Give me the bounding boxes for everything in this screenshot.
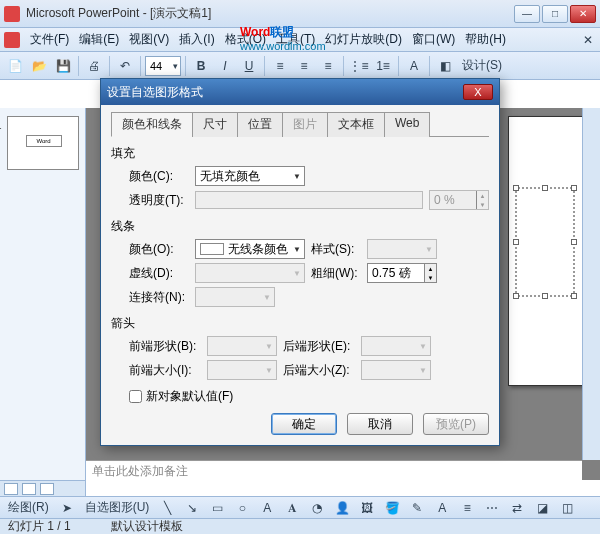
arrow-tool[interactable]: ↘	[181, 497, 203, 519]
italic-button[interactable]: I	[214, 55, 236, 77]
wordart-tool[interactable]: 𝐀	[281, 497, 303, 519]
new-button[interactable]: 📄	[4, 55, 26, 77]
menu-insert[interactable]: 插入(I)	[179, 31, 214, 48]
tab-color-lines[interactable]: 颜色和线条	[111, 112, 193, 137]
normal-view-button[interactable]	[4, 483, 18, 495]
selected-shape[interactable]	[515, 187, 575, 297]
zoom-combo[interactable]: 44	[145, 56, 181, 76]
notes-pane[interactable]: 单击此处添加备注	[86, 460, 582, 480]
bold-button[interactable]: B	[190, 55, 212, 77]
dash-style-tool[interactable]: ⋯	[481, 497, 503, 519]
bullets-button[interactable]: ⋮≡	[348, 55, 370, 77]
tab-picture[interactable]: 图片	[282, 112, 328, 137]
save-button[interactable]: 💾	[52, 55, 74, 77]
transparency-slider[interactable]	[195, 191, 423, 209]
outline-pane[interactable]: Word	[0, 108, 86, 480]
line-color-combo[interactable]: 无线条颜色	[195, 239, 305, 259]
format-autoshape-dialog: 设置自选图形格式 X 颜色和线条 尺寸 位置 图片 文本框 Web 填充 颜色(…	[100, 78, 500, 446]
close-button[interactable]: ✕	[570, 5, 596, 23]
design-icon[interactable]: ◧	[434, 55, 456, 77]
tab-web[interactable]: Web	[384, 112, 430, 137]
line-style-label: 样式(S):	[311, 241, 361, 258]
preview-button[interactable]: 预览(P)	[423, 413, 489, 435]
sorter-view-button[interactable]	[22, 483, 36, 495]
default-checkbox-label: 新对象默认值(F)	[146, 388, 233, 405]
font-color-tool[interactable]: A	[431, 497, 453, 519]
standard-toolbar: 📄 📂 💾 🖨 ↶ 44 B I U ≡ ≡ ≡ ⋮≡ 1≡ A ◧ 设计(S)	[0, 52, 600, 80]
menu-edit[interactable]: 编辑(E)	[79, 31, 119, 48]
line-tool[interactable]: ╲	[156, 497, 178, 519]
align-center-button[interactable]: ≡	[293, 55, 315, 77]
menu-tools[interactable]: 工具(T)	[276, 31, 315, 48]
doc-close-button[interactable]: ✕	[580, 33, 596, 47]
shadow-tool[interactable]: ◪	[531, 497, 553, 519]
title-bar: Microsoft PowerPoint - [演示文稿1] — □ ✕	[0, 0, 600, 28]
begin-style-label: 前端形状(B):	[129, 338, 201, 355]
font-grow-button[interactable]: A	[403, 55, 425, 77]
weight-label: 粗细(W):	[311, 265, 361, 282]
begin-size-combo[interactable]	[207, 360, 277, 380]
minimize-button[interactable]: —	[514, 5, 540, 23]
begin-style-combo[interactable]	[207, 336, 277, 356]
end-style-combo[interactable]	[361, 336, 431, 356]
weight-spinner[interactable]: 0.75 磅▲▼	[367, 263, 437, 283]
menu-view[interactable]: 视图(V)	[129, 31, 169, 48]
underline-button[interactable]: U	[238, 55, 260, 77]
dialog-tabs: 颜色和线条 尺寸 位置 图片 文本框 Web	[111, 111, 489, 137]
print-button[interactable]: 🖨	[83, 55, 105, 77]
vertical-scrollbar[interactable]	[582, 108, 600, 460]
menu-format[interactable]: 格式(O)	[225, 31, 266, 48]
menu-bar: 文件(F) 编辑(E) 视图(V) 插入(I) 格式(O) 工具(T) 幻灯片放…	[0, 28, 600, 52]
diagram-tool[interactable]: ◔	[306, 497, 328, 519]
dialog-titlebar[interactable]: 设置自选图形格式 X	[101, 79, 499, 105]
maximize-button[interactable]: □	[542, 5, 568, 23]
dash-label: 虚线(D):	[129, 265, 189, 282]
oval-tool[interactable]: ○	[231, 497, 253, 519]
fill-color-combo[interactable]: 无填充颜色	[195, 166, 305, 186]
line-color-tool[interactable]: ✎	[406, 497, 428, 519]
arrow-section-label: 箭头	[111, 315, 489, 332]
fill-color-label: 颜色(C):	[129, 168, 189, 185]
dash-combo[interactable]	[195, 263, 305, 283]
end-size-combo[interactable]	[361, 360, 431, 380]
menu-file[interactable]: 文件(F)	[30, 31, 69, 48]
tab-size[interactable]: 尺寸	[192, 112, 238, 137]
open-button[interactable]: 📂	[28, 55, 50, 77]
align-left-button[interactable]: ≡	[269, 55, 291, 77]
slide-thumbnail-1[interactable]: Word	[7, 116, 79, 170]
design-button[interactable]: 设计(S)	[458, 57, 506, 74]
undo-button[interactable]: ↶	[114, 55, 136, 77]
arrow-style-tool[interactable]: ⇄	[506, 497, 528, 519]
clipart-tool[interactable]: 👤	[331, 497, 353, 519]
app-icon	[4, 6, 20, 22]
status-template: 默认设计模板	[111, 518, 183, 534]
connector-combo[interactable]	[195, 287, 275, 307]
select-tool[interactable]: ➤	[56, 497, 78, 519]
align-right-button[interactable]: ≡	[317, 55, 339, 77]
slideshow-view-button[interactable]	[40, 483, 54, 495]
3d-tool[interactable]: ◫	[556, 497, 578, 519]
draw-menu[interactable]: 绘图(R)	[4, 499, 53, 516]
numbering-button[interactable]: 1≡	[372, 55, 394, 77]
menu-help[interactable]: 帮助(H)	[465, 31, 506, 48]
menu-window[interactable]: 窗口(W)	[412, 31, 455, 48]
picture-tool[interactable]: 🖼	[356, 497, 378, 519]
default-checkbox[interactable]	[129, 390, 142, 403]
line-style-combo[interactable]	[367, 239, 437, 259]
dialog-close-button[interactable]: X	[463, 84, 493, 100]
tab-position[interactable]: 位置	[237, 112, 283, 137]
menu-slideshow[interactable]: 幻灯片放映(D)	[325, 31, 402, 48]
transparency-spinner[interactable]: 0 %▲▼	[429, 190, 489, 210]
window-title: Microsoft PowerPoint - [演示文稿1]	[26, 5, 514, 22]
fill-section-label: 填充	[111, 145, 489, 162]
textbox-tool[interactable]: A	[256, 497, 278, 519]
fill-color-tool[interactable]: 🪣	[381, 497, 403, 519]
rect-tool[interactable]: ▭	[206, 497, 228, 519]
view-buttons	[0, 480, 86, 496]
transparency-label: 透明度(T):	[129, 192, 189, 209]
tab-textbox[interactable]: 文本框	[327, 112, 385, 137]
autoshape-menu[interactable]: 自选图形(U)	[81, 499, 154, 516]
ok-button[interactable]: 确定	[271, 413, 337, 435]
line-style-tool[interactable]: ≡	[456, 497, 478, 519]
cancel-button[interactable]: 取消	[347, 413, 413, 435]
